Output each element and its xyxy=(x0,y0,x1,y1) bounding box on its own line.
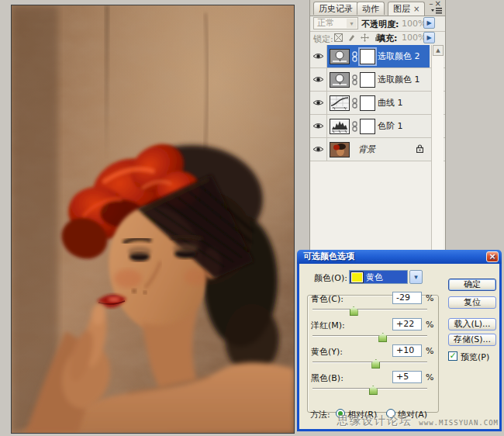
ok-button-label: 确定 xyxy=(464,279,481,289)
magenta-value: +22 xyxy=(396,319,414,329)
watermark-site-name: 思缘设计论坛 xyxy=(337,414,412,428)
visibility-toggle[interactable] xyxy=(310,138,327,161)
scroll-up-button[interactable]: ▲ xyxy=(433,45,444,56)
adjustment-thumbnail-levels[interactable] xyxy=(330,119,350,134)
magenta-value-input[interactable]: +22 xyxy=(392,318,422,330)
visibility-toggle[interactable] xyxy=(310,92,327,114)
color-dropdown-value: 黄色 xyxy=(366,272,383,283)
eye-icon xyxy=(312,99,324,106)
load-button[interactable]: 载入(L)... xyxy=(448,318,496,330)
eye-icon xyxy=(312,146,324,153)
layer-name: 选取颜色 1 xyxy=(378,74,420,85)
lock-row: 锁定: 填充: 100% ▶ xyxy=(310,31,445,46)
layer-row-levels-1[interactable]: 色阶 1 xyxy=(310,115,445,138)
black-slider-track[interactable] xyxy=(312,388,427,389)
fill-value: 100% xyxy=(402,33,426,43)
ok-button[interactable]: 确定 xyxy=(448,279,496,291)
fill-arrow-button[interactable]: ▶ xyxy=(423,32,435,43)
opacity-label: 不透明度: xyxy=(361,19,399,30)
blend-mode-select[interactable]: 正常 ▾ xyxy=(313,17,358,29)
tab-actions-label: 动作 xyxy=(362,4,379,14)
background-layer-thumbnail[interactable] xyxy=(330,142,350,157)
cyan-value-input[interactable]: -29 xyxy=(392,292,422,304)
image-canvas[interactable] xyxy=(11,5,295,434)
opacity-value: 100% xyxy=(402,19,426,29)
adjustment-thumbnail-curves[interactable] xyxy=(330,95,350,111)
arrow-right-icon: ▶ xyxy=(426,19,431,26)
lock-pixels-brush-icon[interactable] xyxy=(347,33,357,43)
layer-name: 选取颜色 2 xyxy=(378,50,420,62)
yellow-slider-track[interactable] xyxy=(312,362,427,363)
mask-link-icon[interactable] xyxy=(352,98,357,109)
panel-tabstrip: 历史记录 动作 图层× –× xyxy=(310,0,445,16)
tab-history[interactable]: 历史记录 xyxy=(313,2,358,15)
layer-mask-thumbnail[interactable] xyxy=(360,119,375,134)
chevron-down-icon: ▾ xyxy=(347,19,357,28)
yellow-label: 黄色(Y): xyxy=(311,346,343,358)
adjustment-thumbnail-selective-color[interactable] xyxy=(330,49,350,64)
cyan-slider-track[interactable] xyxy=(312,309,427,310)
tab-layers-label: 图层 xyxy=(393,4,410,14)
opacity-arrow-button[interactable]: ▶ xyxy=(423,17,435,29)
layer-name: 背景 xyxy=(358,144,375,155)
tab-actions[interactable]: 动作 xyxy=(357,2,385,15)
mask-link-icon[interactable] xyxy=(352,74,357,85)
color-dropdown-arrow[interactable]: ▾ xyxy=(409,270,423,284)
tab-history-label: 历史记录 xyxy=(319,4,353,14)
cyan-label: 青色(C): xyxy=(311,293,343,305)
selective-color-dialog: 可选颜色选项 × 颜色(O): 黄色 ▾ 青色(C): -29 % 洋红(M):… xyxy=(297,250,502,431)
background-lock-icon xyxy=(416,144,423,155)
visibility-toggle[interactable] xyxy=(310,115,327,137)
lock-transparency-icon[interactable] xyxy=(333,33,343,43)
dialog-close-button[interactable]: × xyxy=(486,251,499,262)
lock-label: 锁定: xyxy=(313,33,333,45)
arrow-right-icon: ▶ xyxy=(426,34,431,41)
cyan-value: -29 xyxy=(396,292,410,303)
tab-close-icon[interactable]: × xyxy=(413,5,419,13)
layer-row-selective-color-1[interactable]: 选取颜色 1 xyxy=(310,68,445,92)
layer-name: 曲线 1 xyxy=(378,97,403,109)
chevron-down-icon: ▾ xyxy=(414,273,418,281)
portrait-photo xyxy=(12,5,294,433)
percent-sign: % xyxy=(426,372,433,382)
yellow-value: +10 xyxy=(396,345,414,355)
blend-mode-row: 正常 ▾ 不透明度: 100% ▶ xyxy=(310,16,445,32)
method-label: 方法: xyxy=(310,409,330,420)
save-button[interactable]: 存储(S)... xyxy=(448,334,496,346)
lock-position-move-icon[interactable] xyxy=(360,33,370,43)
mask-link-icon[interactable] xyxy=(352,121,357,132)
eye-icon xyxy=(312,53,324,60)
yellow-value-input[interactable]: +10 xyxy=(392,344,422,357)
adjustment-thumbnail-selective-color[interactable] xyxy=(330,72,350,88)
layer-row-curves-1[interactable]: 曲线 1 xyxy=(310,92,445,115)
layer-row-background[interactable]: 背景 xyxy=(310,138,445,161)
layer-row-selective-color-2[interactable]: 选取颜色 2 xyxy=(310,45,445,68)
color-dropdown[interactable]: 黄色 xyxy=(349,270,408,284)
check-icon: ✓ xyxy=(449,351,456,361)
layer-mask-thumbnail[interactable] xyxy=(360,95,375,111)
eye-icon xyxy=(312,123,324,130)
watermark: 思缘设计论坛 www.MISSYUAN.COM xyxy=(337,414,499,428)
magenta-slider-track[interactable] xyxy=(312,335,427,337)
panel-menu-icon[interactable] xyxy=(430,7,443,15)
black-label: 黑色(B): xyxy=(311,372,343,384)
visibility-toggle[interactable] xyxy=(310,45,327,67)
dialog-titlebar[interactable]: 可选颜色选项 × xyxy=(297,250,502,264)
tab-layers[interactable]: 图层× xyxy=(388,2,425,16)
dialog-body: 颜色(O): 黄色 ▾ 青色(C): -29 % 洋红(M): +22 % 黄色… xyxy=(297,264,502,431)
visibility-toggle[interactable] xyxy=(310,68,327,91)
percent-sign: % xyxy=(426,320,433,330)
preview-checkbox-label: 预览(P) xyxy=(461,351,489,363)
preview-checkbox[interactable]: ✓ xyxy=(448,351,457,361)
magenta-label: 洋红(M): xyxy=(311,320,345,331)
layer-mask-thumbnail[interactable] xyxy=(360,72,375,88)
black-value-input[interactable]: +5 xyxy=(392,371,422,383)
layer-name: 色阶 1 xyxy=(378,120,403,132)
eye-icon xyxy=(312,76,324,83)
black-value: +5 xyxy=(396,372,409,382)
reset-button[interactable]: 复位 xyxy=(448,296,496,309)
layer-mask-thumbnail[interactable] xyxy=(360,49,375,64)
load-button-label: 载入(L)... xyxy=(454,319,490,329)
percent-sign: % xyxy=(426,293,433,303)
mask-link-icon[interactable] xyxy=(352,51,357,62)
